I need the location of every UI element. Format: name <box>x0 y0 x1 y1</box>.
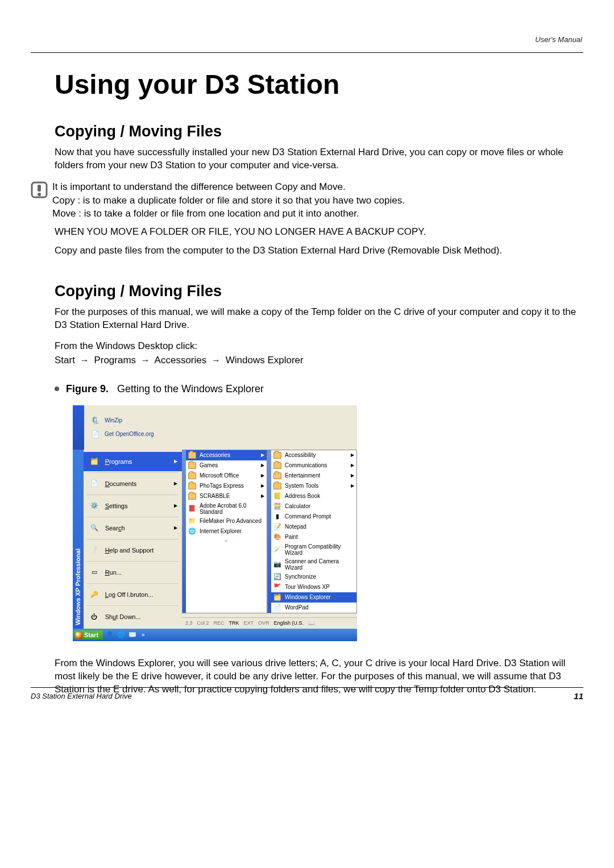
submenu-compat[interactable]: 🪄Program Compatibility Wizard <box>271 542 356 557</box>
svg-rect-1 <box>38 185 41 192</box>
chevron-right-icon: ▶ <box>174 503 177 508</box>
start-item-help[interactable]: ❔ Help and Support <box>84 541 182 560</box>
submenu-communications[interactable]: Communications▶ <box>271 460 356 471</box>
start-button[interactable]: Start <box>74 630 103 639</box>
taskbar-ie-icon[interactable]: 🌐 <box>117 630 126 639</box>
folder-icon <box>188 451 196 459</box>
path-start: Start <box>55 355 75 366</box>
separator <box>87 517 179 517</box>
wizard-icon: 🪄 <box>273 546 281 554</box>
taskbar-chevron-icon[interactable]: » <box>139 632 147 638</box>
chevron-right-icon: ▶ <box>351 473 354 478</box>
arrow-icon: → <box>211 354 221 367</box>
submenu-label: Communications <box>285 462 327 468</box>
submenu-notepad[interactable]: 📝Notepad <box>271 522 356 532</box>
submenu-label: Program Compatibility Wizard <box>285 543 354 556</box>
header-rule <box>31 52 583 53</box>
submenu-label: Windows Explorer <box>285 594 331 600</box>
section2-heading: Copying / Moving Files <box>55 283 583 300</box>
submenu-entertainment[interactable]: Entertainment▶ <box>271 471 356 481</box>
taskbar-mail-icon[interactable]: ✉️ <box>128 630 137 639</box>
chevron-right-icon: ▶ <box>261 473 264 478</box>
caution-icon <box>31 180 52 198</box>
page-number: 11 <box>574 691 583 701</box>
submenu-synchronize[interactable]: 🔄Synchronize <box>271 572 356 582</box>
chevron-right-icon: ▶ <box>174 481 177 486</box>
paint-icon: 🎨 <box>273 533 281 541</box>
section1-p2: Copy and paste files from the computer t… <box>55 244 583 258</box>
start-item-run[interactable]: ▭ Run... <box>84 563 182 582</box>
submenu-msoffice[interactable]: Microsoft Office▶ <box>186 471 267 481</box>
search-icon: 🔍 <box>88 522 101 534</box>
submenu-games[interactable]: Games▶ <box>186 460 267 471</box>
figure-screenshot: 🗜️ WinZip 📄 Get OpenOffice.org Windows X… <box>73 405 357 641</box>
submenu-label: Scanner and Camera Wizard <box>285 558 354 571</box>
submenu-calculator[interactable]: 🧮Calculator <box>271 501 356 512</box>
submenu-addressbook[interactable]: 📒Address Book <box>271 491 356 501</box>
submenu-accessories[interactable]: Accessories▶ <box>186 450 267 460</box>
separator <box>87 605 179 606</box>
section1-p1: Now that you have successfully installed… <box>55 146 583 172</box>
submenu-scrabble[interactable]: SCRABBLE▶ <box>186 491 267 501</box>
start-item-shutdown[interactable]: ⏻ Shut Down... <box>84 607 182 626</box>
app-icon: 📕 <box>188 505 196 513</box>
submenu-wordpad[interactable]: 📄WordPad <box>271 603 356 613</box>
notepad-icon: 📝 <box>273 523 281 531</box>
section2-p2: From the Windows Desktop click: <box>55 340 583 353</box>
chevron-right-icon: ▶ <box>351 483 354 488</box>
pinned-label: Get OpenOffice.org <box>105 431 154 437</box>
start-menu-pinned: 🗜️ WinZip 📄 Get OpenOffice.org <box>73 405 357 450</box>
folder-icon <box>188 462 196 470</box>
separator <box>87 539 179 539</box>
submenu-tour[interactable]: 🚩Tour Windows XP <box>271 582 356 592</box>
submenu-acrobat[interactable]: 📕Adobe Acrobat 6.0 Standard <box>186 501 267 516</box>
submenu-label: Address Book <box>285 493 320 499</box>
submenu-label: Synchronize <box>285 574 316 580</box>
notice-line2: Copy : is to make a duplicate folder or … <box>52 194 405 207</box>
submenu-windows-explorer[interactable]: 🗂️Windows Explorer <box>271 592 356 603</box>
chevron-down-icon[interactable]: ⌄ <box>186 537 267 543</box>
chevron-right-icon: ▶ <box>261 493 264 499</box>
book-icon: 📒 <box>273 492 281 500</box>
submenu-ie[interactable]: 🌐Internet Explorer <box>186 526 267 537</box>
page-title: Using your D3 Station <box>55 69 583 100</box>
status-ovr: OVR <box>258 620 269 626</box>
footer-rule <box>31 687 583 688</box>
submenu-cmd[interactable]: ▮Command Prompt <box>271 512 356 522</box>
start-item-settings[interactable]: ⚙️ Settings ▶ <box>84 496 182 516</box>
submenu-scanner[interactable]: 📷Scanner and Camera Wizard <box>271 557 356 572</box>
submenu-label: Internet Explorer <box>200 528 242 534</box>
submenu-accessibility[interactable]: Accessibility▶ <box>271 450 356 460</box>
help-icon: ❔ <box>88 544 101 556</box>
separator <box>87 472 179 473</box>
submenu-filemaker[interactable]: 📁FileMaker Pro Advanced <box>186 516 267 526</box>
start-left-strip <box>73 405 84 450</box>
submenu-label: FileMaker Pro Advanced <box>200 518 262 524</box>
notice-line1: It is important to understand the differ… <box>52 180 405 194</box>
folder-icon <box>273 472 281 480</box>
svg-point-2 <box>38 193 41 196</box>
pinned-openoffice[interactable]: 📄 Get OpenOffice.org <box>90 429 154 439</box>
taskbar: Start 👤 🌐 ✉️ » <box>73 629 357 641</box>
submenu-photags[interactable]: PhoTags Express▶ <box>186 481 267 491</box>
start-item-documents[interactable]: 📄 Documents ▶ <box>84 474 182 493</box>
notice-line3: Move : is to take a folder or file from … <box>52 207 405 221</box>
taskbar-icon[interactable]: 👤 <box>105 630 114 639</box>
submenu-systemtools[interactable]: System Tools▶ <box>271 481 356 491</box>
cmd-icon: ▮ <box>273 513 281 521</box>
path-accessories: Accessories <box>155 355 207 366</box>
submenu-paint[interactable]: 🎨Paint <box>271 532 356 542</box>
status-seg: Col 2 <box>197 620 209 626</box>
status-book-icon: 📖 <box>308 620 314 626</box>
separator <box>87 561 179 562</box>
accessories-submenu: Accessibility▶ Communications▶ Entertain… <box>267 450 357 613</box>
start-item-logoff[interactable]: 🔑 Log Off l.bruton... <box>84 585 182 604</box>
ie-icon: 🌐 <box>188 528 196 535</box>
start-item-programs[interactable]: 🗂️ Programs ▶ <box>84 452 182 471</box>
pinned-winzip[interactable]: 🗜️ WinZip <box>90 416 154 426</box>
sync-icon: 🔄 <box>273 573 281 581</box>
chevron-right-icon: ▶ <box>261 463 264 468</box>
section1-heading: Copying / Moving Files <box>55 123 583 140</box>
app-icon: 📁 <box>188 517 196 525</box>
start-item-search[interactable]: 🔍 Search ▶ <box>84 518 182 538</box>
